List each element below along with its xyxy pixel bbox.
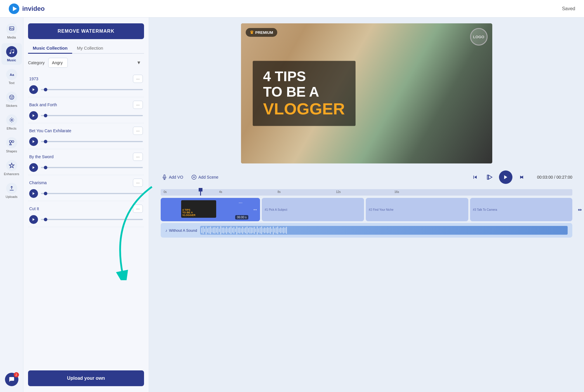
music-title: Bet You Can Exhilarate bbox=[29, 128, 71, 133]
video-background: 4 TIPS TO BE A VLOGGER bbox=[241, 23, 492, 163]
wbar bbox=[261, 227, 262, 234]
play-button[interactable] bbox=[29, 137, 38, 146]
music-item-header: Charisma ··· bbox=[29, 179, 143, 187]
list-item: Cut It ··· bbox=[28, 202, 144, 227]
svg-point-12 bbox=[12, 141, 14, 143]
wbar bbox=[285, 228, 285, 233]
wbar bbox=[236, 227, 237, 234]
secondary-track-1[interactable]: #1 Pick A Subject ⇔ bbox=[262, 198, 364, 221]
progress-bar[interactable] bbox=[41, 193, 143, 194]
crown-icon: ♛ bbox=[250, 30, 254, 35]
sidebar-item-effects[interactable]: Effects bbox=[1, 111, 22, 133]
playback-controls: Add VO Add Scene 00 bbox=[149, 166, 584, 188]
logo: invideo bbox=[9, 4, 45, 14]
wbar bbox=[286, 227, 287, 234]
add-scene-button[interactable]: Add Scene bbox=[190, 173, 220, 181]
time-current: 00:03:00 bbox=[537, 175, 553, 180]
wbar bbox=[206, 227, 207, 234]
play-button[interactable] bbox=[29, 215, 38, 224]
upload-own-button[interactable]: Upload your own bbox=[28, 370, 144, 386]
play-button[interactable] bbox=[29, 85, 38, 94]
main-video-track[interactable]: 4 TIPSTO BE AVLOGGER ··· 06:00 s ↔ bbox=[161, 198, 260, 221]
svg-marker-14 bbox=[33, 88, 35, 91]
tab-my-collection[interactable]: My Collection bbox=[72, 43, 108, 54]
category-row: Category Angry Happy Sad Epic Calm ▼ bbox=[28, 58, 144, 68]
progress-dot bbox=[44, 88, 47, 91]
svg-point-9 bbox=[12, 97, 13, 97]
media-icon bbox=[6, 23, 17, 34]
remove-watermark-button[interactable]: REMOVE WATERMARK bbox=[28, 23, 144, 39]
music-controls bbox=[29, 163, 143, 172]
track-expand-icon[interactable]: ↔ bbox=[252, 207, 258, 213]
sidebar-item-media[interactable]: Media bbox=[1, 20, 22, 42]
audio-waveform bbox=[200, 226, 568, 235]
ruler-mark-12s: 12s bbox=[336, 190, 341, 194]
play-button[interactable] bbox=[29, 163, 38, 172]
music-controls bbox=[29, 215, 143, 224]
premium-label: PREMIUM bbox=[255, 30, 273, 35]
play-button[interactable] bbox=[29, 111, 38, 120]
svg-rect-24 bbox=[487, 175, 488, 180]
sidebar-item-uploads[interactable]: Uploads bbox=[1, 180, 22, 201]
main-play-button[interactable] bbox=[499, 170, 512, 184]
sidebar-item-shapes[interactable]: Shapes bbox=[1, 134, 22, 156]
progress-bar[interactable] bbox=[41, 219, 143, 220]
progress-bar[interactable] bbox=[41, 167, 143, 168]
video-preview: 4 TIPS TO BE A VLOGGER ♛ PREMIUM LOGO bbox=[149, 18, 584, 166]
sidebar-item-enhancers[interactable]: Enhancers bbox=[1, 157, 22, 179]
wbar bbox=[203, 227, 204, 234]
more-options-button[interactable]: ··· bbox=[133, 127, 143, 135]
list-item: 1973 ··· bbox=[28, 72, 144, 97]
category-select[interactable]: Angry Happy Sad Epic Calm bbox=[48, 58, 68, 68]
logo-badge-text: LOGO bbox=[473, 35, 484, 39]
time-display: 00:03:00 / 00:27:00 bbox=[537, 175, 572, 180]
progress-bar[interactable] bbox=[41, 115, 143, 116]
more-options-button[interactable]: ··· bbox=[133, 153, 143, 161]
wbar bbox=[223, 227, 224, 234]
progress-dot bbox=[44, 114, 47, 117]
add-vo-button[interactable]: Add VO bbox=[161, 173, 184, 181]
wbar bbox=[241, 228, 242, 233]
tab-music-collection[interactable]: Music Collection bbox=[28, 43, 72, 54]
waveform-bars bbox=[200, 226, 568, 235]
wbar bbox=[252, 228, 253, 233]
frame-back-button[interactable] bbox=[484, 172, 495, 182]
more-options-button[interactable]: ··· bbox=[133, 205, 143, 213]
wbar bbox=[231, 227, 231, 234]
skip-back-button[interactable] bbox=[470, 172, 480, 182]
audio-note-icon: ♪ bbox=[165, 228, 167, 233]
sidebar-item-stickers[interactable]: Stickers bbox=[1, 89, 22, 110]
add-vo-label: Add VO bbox=[169, 175, 183, 180]
wbar bbox=[238, 228, 239, 233]
sidebar-item-text[interactable]: Aa Text bbox=[1, 66, 22, 88]
progress-bar[interactable] bbox=[41, 89, 143, 90]
saved-label: Saved bbox=[562, 6, 575, 11]
track-more-icon[interactable]: ··· bbox=[239, 200, 242, 205]
main-layout: Media Music Aa Text Stickers bbox=[0, 18, 584, 392]
chat-button[interactable]: 2 bbox=[5, 373, 18, 386]
sidebar-item-music[interactable]: Music bbox=[1, 43, 22, 65]
tabs: Music Collection My Collection bbox=[28, 43, 144, 54]
more-options-button[interactable]: ··· bbox=[133, 75, 143, 83]
playhead bbox=[200, 189, 201, 196]
sidebar-media-label: Media bbox=[7, 36, 16, 39]
secondary-track-3[interactable]: #3 Talk To Camera bbox=[470, 198, 572, 221]
progress-bar[interactable] bbox=[41, 141, 143, 142]
more-options-button[interactable]: ··· bbox=[133, 179, 143, 187]
logo-icon bbox=[9, 4, 19, 14]
text-icon: Aa bbox=[6, 69, 17, 80]
skip-forward-button[interactable] bbox=[517, 172, 527, 182]
video-line3: VLOGGER bbox=[263, 100, 345, 118]
wbar bbox=[282, 228, 283, 233]
svg-marker-15 bbox=[33, 114, 35, 117]
wbar bbox=[274, 228, 275, 233]
svg-marker-18 bbox=[33, 192, 35, 195]
more-options-button[interactable]: ··· bbox=[133, 101, 143, 109]
play-button[interactable] bbox=[29, 189, 38, 198]
wbar bbox=[251, 227, 252, 234]
secondary-track-2[interactable]: #2 Find Your Niche ⇔ bbox=[366, 198, 468, 221]
music-controls bbox=[29, 85, 143, 94]
enhancers-icon bbox=[6, 160, 17, 171]
music-title: Cut It bbox=[29, 206, 39, 211]
svg-marker-25 bbox=[504, 175, 507, 179]
